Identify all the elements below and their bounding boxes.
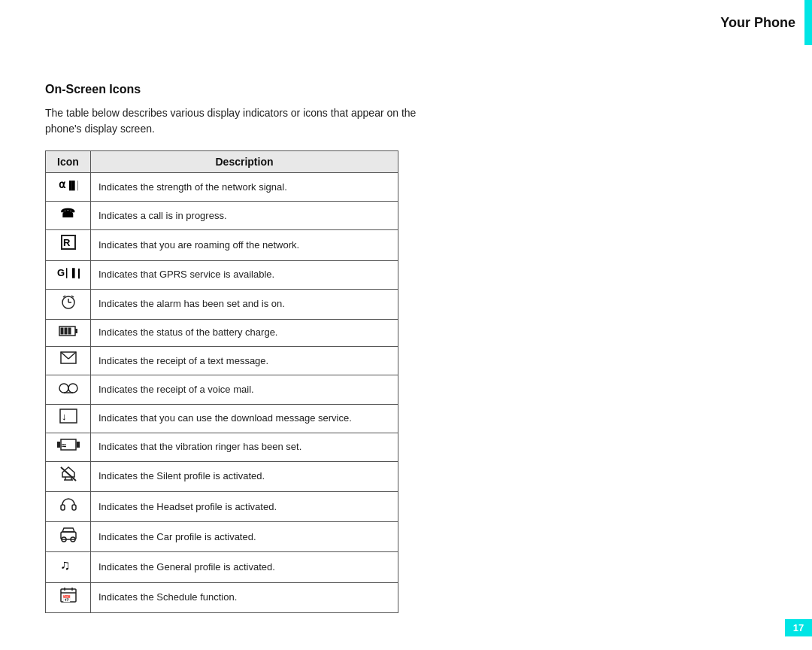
description-cell: Indicates that GPRS service is available… — [91, 260, 398, 289]
intro-text: The table below describes various displa… — [45, 105, 436, 137]
col-header-icon: Icon — [46, 151, 91, 173]
col-header-description: Description — [91, 151, 398, 173]
section-title: On-Screen Icons — [45, 83, 436, 96]
icon-cell — [46, 319, 91, 346]
svg-line-18 — [61, 352, 68, 359]
description-cell: Indicates the Headset profile is activat… — [91, 492, 398, 522]
table-row: Indicates the Silent profile is activate… — [46, 461, 398, 491]
icon-cell — [46, 289, 91, 319]
page-number: 17 — [785, 619, 812, 636]
svg-rect-15 — [64, 327, 67, 334]
header: Your Phone — [705, 0, 812, 45]
description-cell: Indicates the Schedule function. — [91, 582, 398, 612]
svg-text:R: R — [63, 237, 71, 248]
table-row: Indicates the receipt of a voice mail. — [46, 375, 398, 404]
icon-cell: ☎ — [46, 202, 91, 230]
icon-cell — [46, 492, 91, 522]
main-content: On-Screen Icons The table below describe… — [45, 83, 436, 613]
description-cell: Indicates the strength of the network si… — [91, 173, 398, 202]
icon-cell: R — [46, 230, 91, 260]
svg-text:▐▌█: ▐▌█ — [66, 180, 78, 191]
description-cell: Indicates the alarm has been set and is … — [91, 289, 398, 319]
svg-rect-37 — [72, 505, 76, 510]
table-row: ☎Indicates a call is in progress. — [46, 202, 398, 230]
table-header-row: Icon Description — [46, 151, 398, 173]
svg-rect-16 — [68, 327, 71, 334]
page-title: Your Phone — [705, 0, 804, 45]
svg-text:📅: 📅 — [62, 594, 71, 603]
svg-point-20 — [59, 384, 68, 393]
icon-cell — [46, 347, 91, 375]
description-cell: Indicates the receipt of a voice mail. — [91, 375, 398, 404]
table-row: G▏▍█Indicates that GPRS service is avail… — [46, 260, 398, 289]
svg-marker-39 — [62, 528, 74, 532]
description-cell: Indicates the Silent profile is activate… — [91, 461, 398, 491]
svg-text:≈: ≈ — [62, 441, 66, 450]
icon-cell — [46, 522, 91, 552]
description-cell: Indicates that the vibration ringer has … — [91, 433, 398, 461]
icon-cell — [46, 375, 91, 404]
table-row: Indicates the Car profile is activated. — [46, 522, 398, 552]
table-row: Indicates the alarm has been set and is … — [46, 289, 398, 319]
table-row: Indicates the status of the battery char… — [46, 319, 398, 346]
svg-point-21 — [68, 384, 77, 393]
description-cell: Indicates the receipt of a text message. — [91, 347, 398, 375]
svg-rect-38 — [61, 532, 76, 539]
page-number-container: 17 — [785, 619, 812, 636]
icon-cell: ♫ — [46, 552, 91, 582]
svg-text:G: G — [57, 267, 65, 278]
icon-cell: 📅 — [46, 582, 91, 612]
icon-cell: G▏▍█ — [46, 260, 91, 289]
table-row: ♫Indicates the General profile is activa… — [46, 552, 398, 582]
icons-table: Icon Description ⍺▐▌█Indicates the stren… — [45, 150, 398, 613]
svg-rect-36 — [61, 505, 65, 510]
description-cell: Indicates a call is in progress. — [91, 202, 398, 230]
svg-line-35 — [61, 467, 76, 481]
description-cell: Indicates that you are roaming off the n… — [91, 230, 398, 260]
svg-line-19 — [68, 352, 76, 359]
table-row: Indicates the Headset profile is activat… — [46, 492, 398, 522]
svg-text:☎: ☎ — [60, 207, 75, 220]
svg-text:▏▍█: ▏▍█ — [65, 268, 80, 279]
table-row: 📅Indicates the Schedule function. — [46, 582, 398, 612]
svg-rect-14 — [60, 327, 63, 334]
icon-cell — [46, 461, 91, 491]
table-row: ⍺▐▌█Indicates the strength of the networ… — [46, 173, 398, 202]
table-row: ↓Indicates that you can use the download… — [46, 404, 398, 433]
svg-rect-13 — [75, 329, 77, 333]
svg-text:♫: ♫ — [60, 557, 71, 573]
icon-cell: ↓ — [46, 404, 91, 433]
svg-text:↓: ↓ — [62, 411, 67, 422]
description-cell: Indicates the General profile is activat… — [91, 552, 398, 582]
table-row: ≈Indicates that the vibration ringer has… — [46, 433, 398, 461]
svg-text:⍺: ⍺ — [59, 178, 66, 190]
icon-cell: ≈ — [46, 433, 91, 461]
description-cell: Indicates the status of the battery char… — [91, 319, 398, 346]
description-cell: Indicates that you can use the download … — [91, 404, 398, 433]
icon-cell: ⍺▐▌█ — [46, 173, 91, 202]
description-cell: Indicates the Car profile is activated. — [91, 522, 398, 552]
svg-marker-31 — [62, 467, 74, 477]
table-row: RIndicates that you are roaming off the … — [46, 230, 398, 260]
table-row: Indicates the receipt of a text message. — [46, 347, 398, 375]
header-accent-bar — [804, 0, 812, 45]
